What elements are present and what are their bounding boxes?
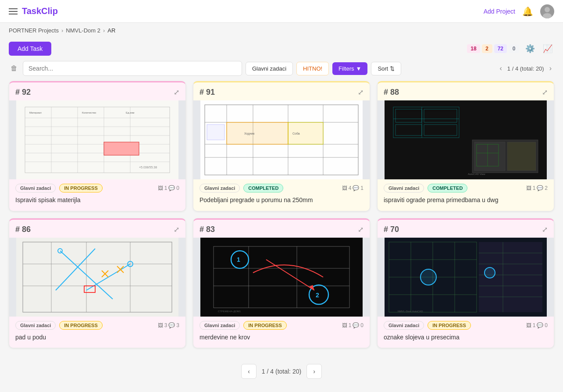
settings-icon[interactable]: ⚙️: [524, 42, 537, 55]
prev-page-bottom[interactable]: ‹: [241, 364, 257, 379]
sort-button[interactable]: Sort ⇅: [371, 62, 401, 75]
card-83-header: # 83 ⤢: [193, 220, 370, 238]
image-count-83: 1: [349, 322, 352, 328]
svg-point-1: [543, 13, 552, 18]
expand-icon-88[interactable]: ⤢: [542, 88, 548, 96]
card-83-num: # 83: [200, 225, 215, 234]
image-icon-86: 🖼: [158, 322, 163, 328]
comment-icon-86: 💬: [168, 322, 175, 328]
card-88-title: ispraviti ograde prema primedbama u dwg: [384, 196, 548, 205]
bell-icon[interactable]: 🔔: [522, 6, 533, 17]
comment-count-88: 2: [545, 185, 548, 191]
image-count-86: 3: [164, 322, 167, 328]
breadcrumb: PORTNER Projects › NMVL-Dom 2 › AR: [0, 23, 563, 38]
comment-count-86: 3: [176, 322, 179, 328]
glavni-zadaci-filter[interactable]: Glavni zadaci: [246, 62, 293, 75]
breadcrumb-sep2: ›: [103, 27, 105, 34]
svg-rect-30: [207, 125, 224, 140]
svg-text:Соба: Соба: [292, 132, 300, 135]
card-86-tags: Glavni zadaci IN PROGRESS 🖼 3 💬 3: [15, 321, 179, 330]
card-92-meta: 🖼 1 💬 0: [158, 185, 179, 191]
comment-icon-83: 💬: [353, 322, 359, 328]
sort-label: Sort: [378, 65, 388, 72]
badge-0: 0: [509, 44, 519, 53]
add-project-button[interactable]: Add Project: [484, 8, 515, 15]
comment-icon-92: 💬: [168, 185, 175, 191]
expand-icon-70[interactable]: ⤢: [542, 225, 548, 234]
card-70-status: IN PROGRESS: [428, 321, 470, 330]
next-page-top[interactable]: ›: [547, 64, 554, 73]
card-70-header: # 70 ⤢: [378, 220, 554, 238]
funnel-icon: ▼: [356, 65, 362, 72]
svg-rect-28: [227, 122, 288, 144]
card-70-image: NMVL-Dom AutoCAD: [378, 238, 554, 317]
card-91-tags: Glavni zadaci COMPLETED 🖼 4 💬 1: [200, 184, 363, 192]
card-86-header: # 86 ⤢: [9, 220, 185, 238]
card-91-title: Podebljani pregrade u porumu na 250mm: [200, 196, 363, 205]
card-grid: # 92 ⤢ Материал Количество Ед.изм: [0, 81, 563, 357]
page-info-top: 1 / 4 (total: 20): [507, 65, 544, 72]
card-86-tag: Glavni zadaci: [15, 321, 56, 330]
card-70: # 70 ⤢: [377, 218, 554, 349]
hamburger-menu[interactable]: [9, 8, 18, 14]
card-83-footer: Glavni zadaci IN PROGRESS 🖼 1 💬 0 merdev…: [193, 317, 370, 348]
image-count-70: 1: [533, 322, 536, 328]
add-task-button[interactable]: Add Task: [9, 42, 51, 56]
toolbar-right: 18 2 72 0 ⚙️ 📈: [467, 42, 554, 55]
svg-rect-43: [507, 142, 536, 171]
card-86: # 86 ⤢: [9, 218, 186, 349]
breadcrumb-nmvl[interactable]: NMVL-Dom 2: [66, 27, 100, 34]
avatar[interactable]: [540, 4, 554, 18]
image-icon-83: 🖼: [342, 322, 347, 328]
expand-icon-83[interactable]: ⤢: [358, 225, 363, 234]
card-91-image: Ходник Соба: [193, 100, 370, 179]
expand-icon-91[interactable]: ⤢: [358, 88, 363, 96]
card-88-meta: 🖼 1 💬 2: [526, 185, 548, 191]
next-page-bottom[interactable]: ›: [306, 364, 322, 379]
image-icon-70: 🖼: [526, 322, 531, 328]
comment-count-92: 0: [176, 185, 179, 191]
image-icon-92: 🖼: [158, 185, 163, 191]
nav-right: Add Project 🔔: [484, 4, 554, 18]
card-83-image: 1 2 СТРЕМЕНА-ДОМ1: [193, 238, 370, 317]
page-info-bottom: 1 / 4 (total: 20): [262, 368, 301, 375]
card-92-title: Ispraviti spisak materijla: [15, 196, 179, 205]
svg-rect-65: [200, 238, 363, 317]
card-83-title: merdevine ne krov: [200, 333, 363, 342]
card-70-tag: Glavni zadaci: [384, 321, 424, 330]
card-91-tag: Glavni zadaci: [200, 184, 240, 192]
svg-rect-14: [104, 142, 139, 155]
badge-72: 72: [494, 44, 507, 53]
card-88-header: # 88 ⤢: [378, 82, 554, 100]
svg-text:NMVL-Dom AutoCAD: NMVL-Dom AutoCAD: [398, 310, 423, 313]
card-86-footer: Glavni zadaci IN PROGRESS 🖼 3 💬 3 pad u …: [9, 317, 185, 348]
comment-icon-91: 💬: [353, 185, 359, 191]
prev-page-top[interactable]: ‹: [497, 64, 505, 73]
badge-18: 18: [467, 44, 480, 53]
search-filter-row: 🗑 Glavni zadaci HITNO! Filters ▼ Sort ⇅ …: [0, 61, 563, 81]
svg-text:Количество: Количество: [82, 111, 96, 114]
search-input[interactable]: [23, 61, 242, 76]
card-83-status: IN PROGRESS: [243, 321, 286, 330]
card-91-footer: Glavni zadaci COMPLETED 🖼 4 💬 1 Podeblja…: [193, 179, 370, 211]
badge-group: 18 2 72 0: [467, 44, 519, 53]
svg-text:СТРЕМЕНА-ДОМ1: СТРЕМЕНА-ДОМ1: [218, 310, 241, 313]
card-70-num: # 70: [384, 225, 399, 234]
card-91: # 91 ⤢ Ходник Соба: [193, 81, 370, 211]
filters-button[interactable]: Filters ▼: [332, 62, 367, 75]
image-count-88: 1: [533, 185, 536, 191]
card-91-num: # 91: [200, 88, 215, 97]
trash-button[interactable]: 🗑: [9, 63, 19, 74]
activity-icon[interactable]: 📈: [541, 42, 554, 55]
comment-icon-70: 💬: [537, 322, 543, 328]
card-88-tag: Glavni zadaci: [384, 184, 424, 192]
expand-icon-92[interactable]: ⤢: [174, 88, 179, 96]
hitno-filter[interactable]: HITNO!: [296, 62, 329, 75]
svg-text:+5.038/55.38: +5.038/55.38: [139, 166, 157, 169]
svg-point-94: [485, 267, 495, 278]
expand-icon-86[interactable]: ⤢: [174, 225, 179, 234]
breadcrumb-portner[interactable]: PORTNER Projects: [9, 27, 59, 34]
comment-count-70: 0: [545, 322, 548, 328]
comment-icon-88: 💬: [537, 185, 543, 191]
card-92-image: Материал Количество Ед.изм +5.038/55.38: [9, 100, 185, 179]
